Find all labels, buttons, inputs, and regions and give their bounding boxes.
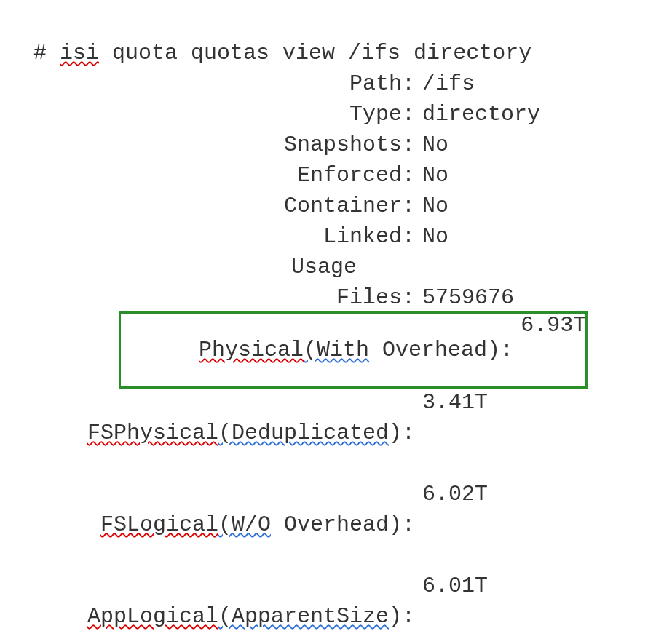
row-path: Path: /ifs [7,68,665,99]
highlight-physical: Physical(With Overhead): 6.93T [120,313,586,387]
label-enforced: Enforced: [7,160,415,191]
label-usage: Usage [7,252,357,282]
row-fsphysical: FSPhysical(Deduplicated): 3.41T [7,387,665,479]
prompt: # [33,41,60,66]
row-usage-header: Usage [7,252,665,282]
command-isi: isi [60,41,99,66]
value-fsphysical: 3.41T [415,387,488,479]
row-container: Container: No [7,191,665,221]
value-enforced: No [415,160,448,191]
label-applogical: AppLogical(ApparentSize): [7,571,415,639]
row-linked: Linked: No [7,221,665,252]
value-path: /ifs [415,68,475,99]
label-type: Type: [7,99,415,130]
value-container: No [415,191,448,221]
row-enforced: Enforced: No [7,160,665,191]
label-physical-overhead: Overhead): [369,338,513,362]
label-snapshots: Snapshots: [7,130,415,160]
label-fsphysical: FSPhysical(Deduplicated): [7,387,415,479]
row-type: Type: directory [7,99,665,130]
label-linked: Linked: [7,221,415,252]
label-path: Path: [7,68,415,99]
row-applogical: AppLogical(ApparentSize): 6.01T [7,571,665,639]
row-snapshots: Snapshots: No [7,130,665,160]
value-physical: 6.93T [513,313,586,387]
command-rest: quota quotas view /ifs directory [99,41,531,66]
label-physical-with: (With [304,338,369,362]
value-files: 5759676 [415,282,514,313]
row-files: Files: 5759676 [7,282,665,313]
value-linked: No [415,221,448,252]
row-fslogical: FSLogical(W/O Overhead): 6.02T [7,479,665,571]
value-snapshots: No [415,130,448,160]
label-container: Container: [7,191,415,221]
command-line: # isi quota quotas view /ifs directory [7,7,665,68]
value-type: directory [415,99,540,130]
label-fslogical: FSLogical(W/O Overhead): [7,479,415,571]
row-physical: Physical(With Overhead): 6.93T [7,313,665,387]
value-applogical: 6.01T [415,571,488,639]
value-usage [357,252,364,282]
label-files: Files: [7,282,415,313]
label-physical-text: Physical [199,338,304,362]
value-fslogical: 6.02T [415,479,488,571]
